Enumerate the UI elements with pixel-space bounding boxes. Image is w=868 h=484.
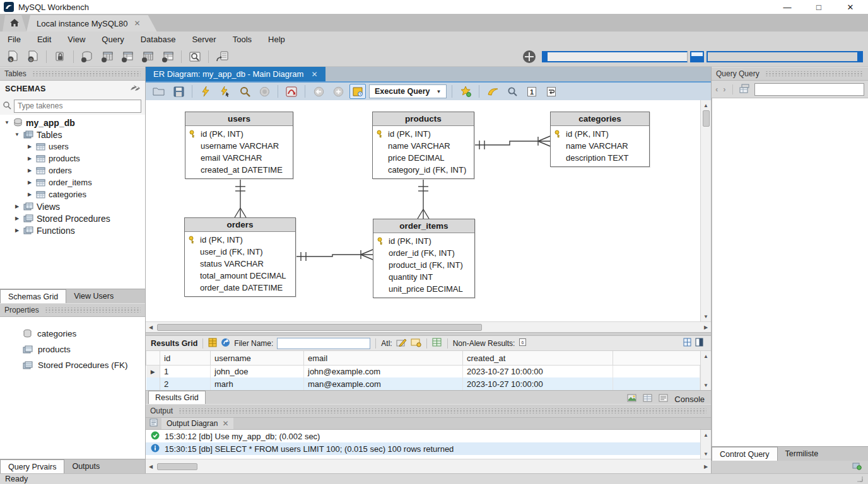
scroll-left-icon[interactable]: ◀	[146, 325, 156, 330]
new-query-tab-icon[interactable]: S	[4, 49, 21, 65]
rollback-icon[interactable]	[310, 84, 327, 99]
tree-node-functions[interactable]: ▶ Functions	[0, 224, 145, 236]
entity-products[interactable]: products id (PK, INT) name VARCHAR price…	[372, 112, 474, 179]
toggle-bottom-panel-icon[interactable]	[690, 51, 704, 62]
menu-query[interactable]: Query	[102, 35, 124, 44]
toggle-left-panel-icon[interactable]	[542, 51, 688, 62]
snippet-list-icon[interactable]	[739, 84, 749, 95]
er-diagram-canvas[interactable]: users id (PK, INT) username VARCHAR emai…	[146, 100, 700, 321]
minimize-icon[interactable]: —	[782, 3, 792, 12]
tree-node-table-products[interactable]: ▶ products	[0, 153, 145, 164]
console-label[interactable]: Console	[674, 395, 705, 404]
export-csv-icon[interactable]	[643, 394, 652, 404]
tree-node-schema[interactable]: ▼ my_app_db	[0, 117, 145, 129]
console-icon[interactable]	[659, 394, 668, 404]
stop-icon[interactable]	[256, 84, 273, 99]
maximize-icon[interactable]: □	[814, 3, 824, 12]
tree-node-table-orders[interactable]: ▶ orders	[0, 164, 145, 176]
column-header-email[interactable]: email	[304, 351, 463, 366]
split-panel-icon[interactable]	[695, 338, 703, 349]
execute-script-icon[interactable]	[197, 84, 214, 99]
web-globe-icon[interactable]	[523, 50, 536, 63]
refresh-schemas-icon[interactable]	[130, 84, 140, 93]
column-header-username[interactable]: username	[211, 351, 304, 366]
results-row-2[interactable]: 2 marh man@example.com 2023-10-27 10:00:…	[146, 377, 700, 390]
commit-icon[interactable]	[330, 84, 346, 99]
tree-node-stored-procedures[interactable]: ▶ Stored Procedures	[0, 212, 145, 224]
lock-document-icon[interactable]	[51, 49, 69, 65]
menu-database[interactable]: Database	[141, 35, 176, 44]
reconnect-dbms-icon[interactable]	[213, 49, 231, 65]
diagram-horizontal-scrollbar[interactable]: ◀ ▶	[146, 321, 711, 332]
property-item-stored-procedures-fk[interactable]: Stored Procedures (FK)	[23, 359, 145, 371]
tree-node-table-users[interactable]: ▶ users	[0, 141, 145, 153]
create-schema-icon[interactable]	[78, 49, 96, 65]
open-script-icon[interactable]: O	[24, 49, 42, 65]
image-export-icon[interactable]	[852, 463, 862, 472]
tab-outputs[interactable]: Outputs	[64, 459, 107, 473]
scrollbar-thumb[interactable]	[703, 110, 710, 127]
collapse-icon[interactable]: ▼	[14, 132, 20, 137]
execute-query-dropdown[interactable]: Execute Query ▼	[369, 84, 447, 98]
expand-icon[interactable]: ▶	[26, 168, 33, 173]
save-icon[interactable]	[170, 84, 187, 99]
toggle-stop-on-error-icon[interactable]	[283, 84, 300, 99]
tab-schemas-grid[interactable]: Schemas Grid	[0, 289, 66, 303]
results-vertical-scrollbar[interactable]: ▲ ▼	[700, 351, 711, 390]
expand-icon[interactable]: ▶	[14, 228, 20, 233]
beautify-icon[interactable]: 1	[524, 84, 540, 99]
tab-view-users[interactable]: View Users	[66, 289, 121, 303]
er-diagram-tab[interactable]: ER Diagram: my_app_db - Main Diagram ✕	[146, 67, 326, 81]
entity-order-items[interactable]: order_items id (PK, INT) order_id (FK, I…	[373, 219, 475, 298]
search-data-icon[interactable]	[186, 49, 204, 65]
output-horizontal-scrollbar[interactable]: ◀ ▶	[146, 459, 711, 473]
output-diagram-tab[interactable]: Output Diagran ✕	[161, 418, 233, 429]
menu-edit[interactable]: Edit	[37, 35, 51, 44]
output-tab-close-icon[interactable]: ✕	[222, 419, 228, 428]
apply-changes-icon[interactable]	[432, 338, 442, 349]
scroll-right-icon[interactable]: ▶	[701, 325, 711, 330]
export-image-icon[interactable]	[627, 394, 636, 404]
close-icon[interactable]: ✕	[845, 3, 855, 12]
wrap-toggle-icon[interactable]	[543, 84, 560, 99]
scroll-left-icon[interactable]: ◀	[146, 464, 156, 470]
snippet-combo-box[interactable]	[754, 83, 864, 96]
forward-icon[interactable]: ›	[723, 84, 725, 94]
scroll-down-icon[interactable]: ▼	[703, 380, 708, 390]
toggle-right-panel-icon[interactable]	[707, 51, 863, 62]
grid-view-icon[interactable]	[208, 338, 217, 349]
menu-tools[interactable]: Tools	[233, 35, 252, 44]
toggle-autocommit-icon[interactable]	[349, 84, 366, 99]
scrollbar-thumb[interactable]	[157, 324, 482, 331]
scroll-up-icon[interactable]: ▲	[703, 351, 708, 361]
menu-server[interactable]: Server	[192, 35, 216, 44]
back-icon[interactable]: ‹	[715, 84, 718, 94]
menu-file[interactable]: File	[8, 35, 21, 44]
tab-query-prvairs[interactable]: Query Prvairs	[0, 459, 64, 473]
panel-grip[interactable]	[765, 71, 864, 76]
expand-icon[interactable]: ▶	[26, 180, 33, 185]
open-folder-icon[interactable]	[151, 84, 167, 99]
scroll-up-icon[interactable]: ▲	[703, 430, 708, 440]
edit-record-icon[interactable]	[396, 338, 407, 349]
tree-node-views[interactable]: ▶ Views	[0, 200, 145, 212]
schema-search-input[interactable]	[14, 100, 141, 113]
add-record-icon[interactable]	[411, 338, 421, 349]
tree-node-tables[interactable]: ▼ Tables	[0, 129, 145, 141]
scrollbar-thumb[interactable]	[157, 463, 197, 470]
expand-icon[interactable]: ▶	[14, 204, 20, 209]
column-header-created-at[interactable]: created_at	[463, 351, 613, 366]
expand-icon[interactable]: ▶	[26, 192, 33, 197]
log-entry-2[interactable]: 15:30:15 [db] SELECT * FROM users LIMIT …	[146, 442, 700, 455]
property-item-categories[interactable]: categories	[23, 327, 145, 340]
menu-view[interactable]: View	[67, 35, 85, 44]
execute-statement-icon[interactable]	[217, 84, 233, 99]
create-view-icon[interactable]	[119, 49, 136, 65]
tree-node-table-categories[interactable]: ▶ categories	[0, 188, 145, 200]
entity-orders[interactable]: orders id (PK, INT) user_id (FK, INT) st…	[184, 217, 296, 297]
panel-grip[interactable]	[32, 71, 141, 76]
panel-grip[interactable]	[45, 308, 141, 313]
panel-grip[interactable]	[179, 408, 707, 413]
tree-node-table-order-items[interactable]: ▶ order_items	[0, 176, 145, 188]
create-function-icon[interactable]	[159, 49, 177, 65]
